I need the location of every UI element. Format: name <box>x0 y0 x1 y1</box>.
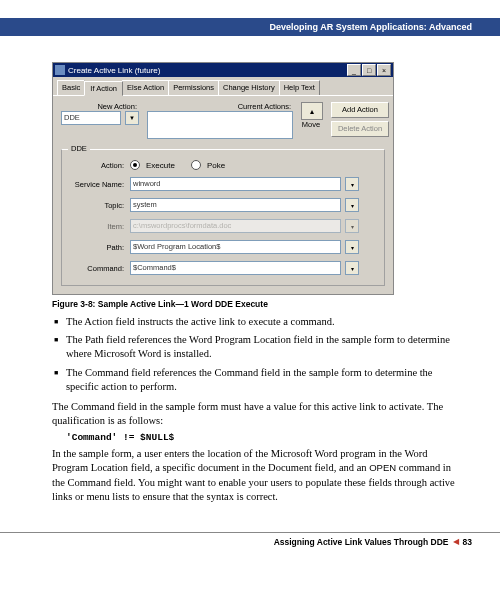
tab-if-action[interactable]: If Action <box>84 81 123 96</box>
page-content: Create Active Link (future) _ □ × Basic … <box>0 36 500 504</box>
current-actions-list[interactable] <box>147 111 293 139</box>
tab-change-history[interactable]: Change History <box>218 80 280 95</box>
new-action-label: New Action: <box>61 102 139 111</box>
service-name-label: Service Name: <box>70 180 126 189</box>
path-input[interactable]: $Word Program Location$ <box>130 240 341 254</box>
move-label: Move <box>301 120 323 129</box>
command-menu-icon[interactable]: ▾ <box>345 261 359 275</box>
close-button[interactable]: × <box>377 64 391 76</box>
tab-help-text[interactable]: Help Text <box>279 80 320 95</box>
new-action-select[interactable]: DDE <box>61 111 121 125</box>
action-execute-text: Execute <box>146 161 175 170</box>
add-action-button[interactable]: Add Action <box>331 102 389 118</box>
command-label: Command: <box>70 264 126 273</box>
item-input: c:\mswordprocs\formdata.doc <box>130 219 341 233</box>
dde-group-label: DDE <box>68 144 90 153</box>
topic-input[interactable]: system <box>130 198 341 212</box>
figure-caption: Figure 3-8: Sample Active Link—1 Word DD… <box>52 299 464 309</box>
window-icon <box>55 65 65 75</box>
page-footer: Assigning Active Link Values Through DDE… <box>0 532 500 561</box>
current-actions-label: Current Actions: <box>147 102 293 111</box>
service-name-input[interactable]: winword <box>130 177 341 191</box>
bullet-item: The Command field references the Command… <box>66 366 464 394</box>
window-title-text: Create Active Link (future) <box>68 66 160 75</box>
path-label: Path: <box>70 243 126 252</box>
footer-triangle-icon: ◀ <box>453 537 459 546</box>
service-name-menu-icon[interactable]: ▾ <box>345 177 359 191</box>
paragraph: The Command field in the sample form mus… <box>52 400 464 428</box>
path-menu-icon[interactable]: ▾ <box>345 240 359 254</box>
new-action-dropdown-icon[interactable]: ▼ <box>125 111 139 125</box>
doc-header: Developing AR System Applications: Advan… <box>0 18 500 36</box>
bullet-item: The Action field instructs the active li… <box>66 315 464 329</box>
tab-permissions[interactable]: Permissions <box>168 80 219 95</box>
window-titlebar[interactable]: Create Active Link (future) _ □ × <box>53 63 393 77</box>
paragraph: In the sample form, a user enters the lo… <box>52 447 464 504</box>
action-label: Action: <box>70 161 126 170</box>
delete-action-button[interactable]: Delete Action <box>331 121 389 137</box>
dde-group: DDE Action: Execute Poke Service Name: w… <box>61 149 385 286</box>
maximize-button[interactable]: □ <box>362 64 376 76</box>
bullet-list: The Action field instructs the active li… <box>52 315 464 394</box>
qualification-code: 'Command' != $NULL$ <box>66 432 464 443</box>
item-label: Item: <box>70 222 126 231</box>
item-menu-icon: ▾ <box>345 219 359 233</box>
footer-page-number: 83 <box>463 537 472 547</box>
action-execute-radio[interactable] <box>130 160 140 170</box>
footer-section: Assigning Active Link Values Through DDE <box>274 537 449 547</box>
bullet-item: The Path field references the Word Progr… <box>66 333 464 361</box>
tab-else-action[interactable]: Else Action <box>122 80 169 95</box>
tab-basic[interactable]: Basic <box>57 80 85 95</box>
topic-label: Topic: <box>70 201 126 210</box>
doc-header-title: Developing AR System Applications: Advan… <box>269 22 472 32</box>
minimize-button[interactable]: _ <box>347 64 361 76</box>
open-keyword: OPEN <box>369 462 396 473</box>
topic-menu-icon[interactable]: ▾ <box>345 198 359 212</box>
action-poke-text: Poke <box>207 161 225 170</box>
create-active-link-window: Create Active Link (future) _ □ × Basic … <box>52 62 394 295</box>
action-poke-radio[interactable] <box>191 160 201 170</box>
panel-if-action: New Action: DDE ▼ Current Actions: ▴ Mov… <box>53 96 393 294</box>
move-up-button[interactable]: ▴ <box>301 102 323 120</box>
tab-bar: Basic If Action Else Action Permissions … <box>53 77 393 96</box>
command-input[interactable]: $Command$ <box>130 261 341 275</box>
